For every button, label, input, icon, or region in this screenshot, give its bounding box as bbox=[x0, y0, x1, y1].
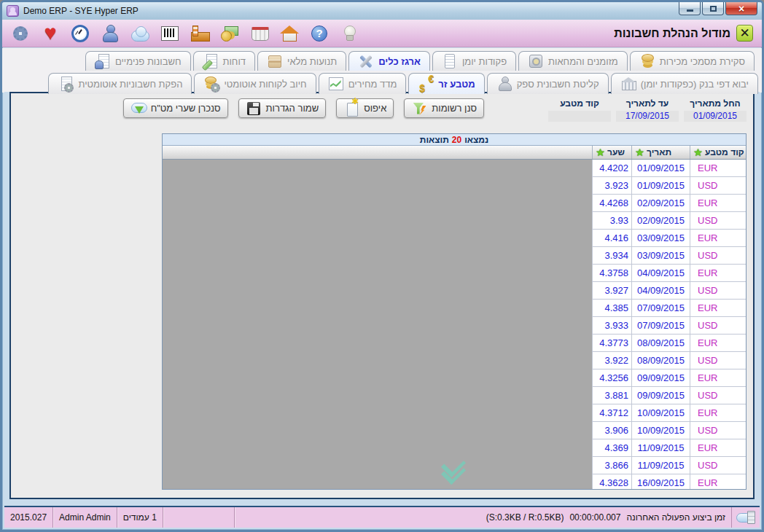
cell-rate[interactable]: 3.906 bbox=[592, 422, 631, 439]
cell-currency[interactable]: EUR bbox=[690, 369, 746, 387]
cell-currency[interactable]: USD bbox=[690, 387, 746, 404]
scroll-down-chevron-icon[interactable] bbox=[436, 461, 469, 483]
table-row[interactable]: EUR 08/09/2015 4.3773 bbox=[163, 335, 746, 352]
cell-date[interactable]: 03/09/2015 bbox=[631, 247, 690, 265]
column-header-currency[interactable]: קוד מטבע ★ bbox=[690, 146, 746, 159]
tab[interactable]: חיוב לקוחות אוטומטי bbox=[194, 73, 316, 94]
cell-rate[interactable]: 3.923 bbox=[592, 177, 631, 195]
home-icon[interactable] bbox=[280, 24, 299, 43]
cell-date[interactable]: 08/09/2015 bbox=[631, 352, 690, 369]
tab[interactable]: מזומנים והמחאות bbox=[518, 51, 628, 71]
close-button[interactable]: × bbox=[725, 2, 757, 15]
cell-currency[interactable]: EUR bbox=[690, 195, 746, 212]
table-row[interactable]: EUR 02/09/2015 4.4268 bbox=[163, 195, 746, 212]
cell-currency[interactable]: USD bbox=[690, 247, 746, 265]
cell-rate[interactable]: 4.3256 bbox=[592, 369, 631, 387]
basket-icon[interactable] bbox=[250, 24, 269, 43]
action-button[interactable]: סנכרן שערי מט"ח bbox=[123, 98, 228, 118]
table-row[interactable]: USD 01/09/2015 3.923 bbox=[163, 177, 746, 195]
cell-currency[interactable]: EUR bbox=[690, 335, 746, 352]
heart-icon[interactable] bbox=[41, 24, 60, 43]
table-row[interactable]: USD 08/09/2015 3.922 bbox=[163, 352, 746, 369]
cell-rate[interactable]: 4.3758 bbox=[592, 265, 631, 282]
table-row[interactable]: USD 09/09/2015 3.881 bbox=[163, 387, 746, 404]
cell-date[interactable]: 04/09/2015 bbox=[631, 282, 690, 300]
tab[interactable]: יבוא דפי בנק (כפקודות יומן) bbox=[611, 73, 758, 94]
cell-rate[interactable]: 3.933 bbox=[592, 317, 631, 335]
tab[interactable]: סקירת מסמכי מכירות bbox=[630, 51, 755, 71]
action-button[interactable]: איפוס bbox=[336, 98, 394, 118]
cell-rate[interactable]: 4.3712 bbox=[592, 404, 631, 422]
gear-icon[interactable] bbox=[11, 24, 30, 43]
cell-currency[interactable]: EUR bbox=[690, 265, 746, 282]
cell-date[interactable]: 09/09/2015 bbox=[631, 387, 690, 404]
table-row[interactable]: EUR 04/09/2015 4.3758 bbox=[163, 265, 746, 282]
table-row[interactable]: USD 10/09/2015 3.906 bbox=[163, 422, 746, 439]
money-icon[interactable] bbox=[220, 24, 239, 43]
field-value[interactable] bbox=[548, 111, 611, 122]
filter-star-icon[interactable]: ★ bbox=[634, 146, 645, 158]
cell-date[interactable]: 01/09/2015 bbox=[631, 160, 690, 177]
cell-currency[interactable]: USD bbox=[690, 317, 746, 335]
barcode-icon[interactable] bbox=[160, 24, 179, 43]
cell-date[interactable]: 01/09/2015 bbox=[631, 177, 690, 195]
cell-date[interactable]: 11/09/2015 bbox=[631, 439, 690, 457]
cell-date[interactable]: 04/09/2015 bbox=[631, 265, 690, 282]
column-header-rate[interactable]: שער ★ bbox=[592, 146, 631, 159]
cell-rate[interactable]: 4.4202 bbox=[592, 160, 631, 177]
filter-star-icon[interactable]: ★ bbox=[595, 146, 606, 158]
table-row[interactable]: EUR 03/09/2015 4.416 bbox=[163, 230, 746, 247]
cell-date[interactable]: 09/09/2015 bbox=[631, 369, 690, 387]
table-row[interactable]: USD 07/09/2015 3.933 bbox=[163, 317, 746, 335]
cell-rate[interactable]: 4.369 bbox=[592, 439, 631, 457]
cell-date[interactable]: 02/09/2015 bbox=[631, 212, 690, 230]
cell-currency[interactable]: EUR bbox=[690, 439, 746, 457]
cell-currency[interactable]: USD bbox=[690, 282, 746, 300]
cell-rate[interactable]: 4.3628 bbox=[592, 474, 631, 490]
tab[interactable]: דוחות bbox=[193, 51, 256, 71]
cell-rate[interactable]: 3.93 bbox=[592, 212, 631, 230]
column-header-date[interactable]: תאריך ★ bbox=[631, 146, 690, 159]
cell-date[interactable]: 08/09/2015 bbox=[631, 335, 690, 352]
cell-date[interactable]: 11/09/2015 bbox=[631, 457, 690, 474]
bulb-icon[interactable] bbox=[340, 24, 359, 43]
tab[interactable]: פקודות יומן bbox=[432, 51, 516, 71]
cell-date[interactable]: 02/09/2015 bbox=[631, 195, 690, 212]
tab[interactable]: מטבע זר bbox=[408, 73, 484, 94]
cell-rate[interactable]: 4.3773 bbox=[592, 335, 631, 352]
cell-date[interactable]: 10/09/2015 bbox=[631, 404, 690, 422]
maximize-button[interactable] bbox=[702, 2, 724, 15]
table-row[interactable]: EUR 01/09/2015 4.4202 bbox=[163, 160, 746, 177]
table-row[interactable]: USD 03/09/2015 3.934 bbox=[163, 247, 746, 265]
cell-currency[interactable]: EUR bbox=[690, 230, 746, 247]
field-value[interactable]: 17/09/2015 bbox=[616, 111, 679, 122]
cell-currency[interactable]: EUR bbox=[690, 404, 746, 422]
action-button[interactable]: סנן רשומות bbox=[404, 98, 484, 118]
cell-currency[interactable]: USD bbox=[690, 177, 746, 195]
cell-rate[interactable]: 3.881 bbox=[592, 387, 631, 404]
person-icon[interactable] bbox=[101, 24, 120, 43]
cell-currency[interactable]: USD bbox=[690, 212, 746, 230]
minimize-button[interactable] bbox=[679, 2, 701, 15]
cell-currency[interactable]: EUR bbox=[690, 474, 746, 490]
cell-date[interactable]: 07/09/2015 bbox=[631, 300, 690, 317]
action-button[interactable]: שמור הגדרות bbox=[238, 98, 327, 118]
cell-rate[interactable]: 3.866 bbox=[592, 457, 631, 474]
cell-date[interactable]: 10/09/2015 bbox=[631, 422, 690, 439]
field-value[interactable]: 01/09/2015 bbox=[684, 111, 747, 122]
table-row[interactable]: EUR 09/09/2015 4.3256 bbox=[163, 369, 746, 387]
cell-rate[interactable]: 3.934 bbox=[592, 247, 631, 265]
factory-icon[interactable] bbox=[190, 24, 209, 43]
tab[interactable]: חשבונות פנימיים bbox=[85, 51, 191, 71]
tab[interactable]: תנועות מלאי bbox=[257, 51, 346, 71]
cell-date[interactable]: 16/09/2015 bbox=[631, 474, 690, 490]
cell-rate[interactable]: 4.385 bbox=[592, 300, 631, 317]
table-row[interactable]: EUR 10/09/2015 4.3712 bbox=[163, 404, 746, 422]
tab[interactable]: ארגז כלים bbox=[348, 51, 430, 71]
cloud-icon[interactable] bbox=[130, 24, 149, 43]
question-icon[interactable] bbox=[310, 24, 329, 43]
cell-currency[interactable]: USD bbox=[690, 422, 746, 439]
table-row[interactable]: USD 04/09/2015 3.927 bbox=[163, 282, 746, 300]
cell-rate[interactable]: 3.927 bbox=[592, 282, 631, 300]
clock-icon[interactable] bbox=[71, 24, 90, 43]
